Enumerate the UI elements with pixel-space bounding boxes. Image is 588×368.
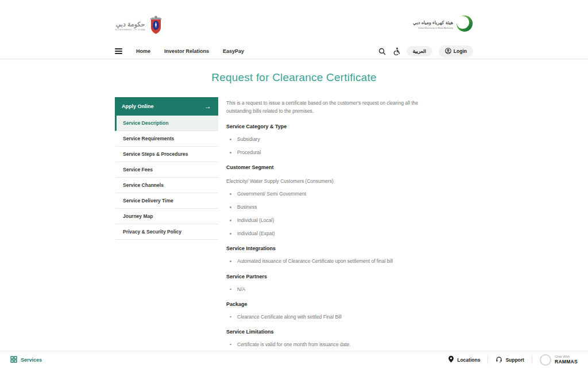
section-heading-service-partners: Service Partners	[226, 274, 436, 279]
footer-separator	[532, 356, 532, 364]
sidebar-item-service-fees[interactable]: Service Fees	[115, 162, 218, 178]
apply-online-button[interactable]: Apply Online →	[115, 97, 218, 116]
customer-segment-lead: Electricity/ Water Supply Customers (Con…	[226, 178, 436, 184]
list-item: Individual (Expat)	[226, 231, 436, 237]
sidebar-list: Service Description Service Requirements…	[115, 116, 218, 240]
list-item: N/A	[226, 286, 436, 293]
list-item: Government/ Semi Government	[226, 191, 436, 197]
section-heading-service-limitations: Service Limitations	[226, 329, 436, 335]
location-pin-icon	[448, 355, 454, 364]
rammas-label: RAMMAS	[555, 359, 578, 365]
service-sidebar: Apply Online → Service Description Servi…	[115, 97, 218, 240]
sidebar-item-privacy-security-policy[interactable]: Privacy & Security Policy	[115, 224, 218, 240]
dubai-crest-icon	[148, 15, 164, 37]
services-grid-icon	[10, 356, 17, 364]
dewa-logo-english: Dubai Electricity & Water Authority	[413, 26, 453, 29]
package-list: Clearance Certificate along with settled…	[226, 314, 436, 320]
section-heading-package: Package	[226, 301, 436, 307]
sidebar-item-journey-map[interactable]: Journey Map	[115, 209, 218, 224]
rammas-chat-button[interactable]: Chat With RAMMAS	[540, 354, 578, 366]
page-title: Request for Clearance Certificate	[0, 71, 588, 84]
list-item: Individual (Local)	[226, 217, 436, 224]
section-heading-customer-segment: Customer Segment	[226, 164, 436, 170]
accessibility-icon[interactable]	[392, 47, 400, 55]
nav-investor-relations[interactable]: Investor Relations	[164, 48, 209, 54]
rammas-text: Chat With RAMMAS	[555, 355, 578, 365]
service-limitations-list: Certificate is valid for one month from …	[226, 342, 436, 348]
headset-icon	[496, 356, 502, 364]
dewa-logo-text: هيئة كهرباء ومياه دبي Dubai Electricity …	[413, 20, 453, 29]
site-header: حكومة دبي GOVERNMENT OF DUBAI هيئة كهربا…	[0, 0, 588, 59]
search-icon[interactable]	[378, 48, 386, 55]
list-item: Subsidiary	[226, 136, 436, 143]
gov-logo-english: GOVERNMENT OF DUBAI	[115, 29, 146, 31]
nav-easypay[interactable]: EasyPay	[223, 48, 244, 54]
nav-home[interactable]: Home	[136, 48, 150, 54]
footer-separator	[488, 356, 488, 364]
service-description-content: This is a request to issue a certificate…	[226, 97, 436, 348]
service-partners-list: N/A	[226, 286, 436, 293]
service-intro-text: This is a request to issue a certificate…	[226, 99, 436, 115]
list-item: Automated issuance of Clearance Certific…	[226, 258, 436, 264]
login-user-icon	[445, 48, 451, 55]
section-heading-service-integrations: Service Integrations	[226, 246, 436, 251]
dewa-sphere-icon	[456, 15, 473, 34]
gov-logo-arabic: حكومة دبي	[115, 21, 146, 28]
dewa-logo[interactable]: هيئة كهرباء ومياه دبي Dubai Electricity …	[413, 15, 473, 34]
sidebar-item-service-steps-procedures[interactable]: Service Steps & Procedures	[115, 147, 218, 162]
services-button[interactable]: Services	[10, 356, 42, 364]
category-type-list: Subsidiary Procedural	[226, 136, 436, 156]
language-label: العربية	[413, 48, 426, 54]
login-button[interactable]: Login	[439, 45, 473, 57]
language-toggle-arabic[interactable]: العربية	[407, 46, 432, 56]
support-button[interactable]: Support	[496, 356, 524, 364]
chat-with-label: Chat With	[555, 355, 578, 359]
service-integrations-list: Automated issuance of Clearance Certific…	[226, 258, 436, 264]
dewa-logo-arabic: هيئة كهرباء ومياه دبي	[413, 20, 453, 26]
services-label: Services	[21, 357, 42, 363]
support-label: Support	[505, 357, 524, 363]
arrow-right-icon: →	[204, 103, 211, 110]
list-item: Business	[226, 204, 436, 210]
customer-segment-list: Government/ Semi Government Business Ind…	[226, 191, 436, 237]
list-item: Certificate is valid for one month from …	[226, 342, 436, 348]
main-content: Request for Clearance Certificate Apply …	[0, 59, 588, 351]
list-item: Clearance Certificate along with settled…	[226, 314, 436, 320]
rammas-ring-icon	[540, 354, 551, 366]
government-of-dubai-logo[interactable]: حكومة دبي GOVERNMENT OF DUBAI	[115, 15, 164, 37]
sidebar-item-service-channels[interactable]: Service Channels	[115, 178, 218, 193]
locations-button[interactable]: Locations	[448, 355, 480, 364]
apply-online-label: Apply Online	[122, 103, 154, 109]
login-label: Login	[454, 48, 467, 54]
list-item: Procedural	[226, 150, 436, 156]
sidebar-item-service-delivery-time[interactable]: Service Delivery Time	[115, 193, 218, 209]
locations-label: Locations	[457, 357, 480, 363]
section-heading-category-type: Service Category & Type	[226, 124, 436, 129]
bottom-toolbar: Services Locations Support	[0, 351, 588, 368]
main-nav: Home Investor Relations EasyPay العربية	[115, 44, 473, 59]
sidebar-item-service-requirements[interactable]: Service Requirements	[115, 131, 218, 147]
hamburger-menu-icon[interactable]	[115, 47, 122, 55]
gov-logo-text: حكومة دبي GOVERNMENT OF DUBAI	[115, 21, 146, 30]
sidebar-item-service-description[interactable]: Service Description	[115, 116, 218, 131]
